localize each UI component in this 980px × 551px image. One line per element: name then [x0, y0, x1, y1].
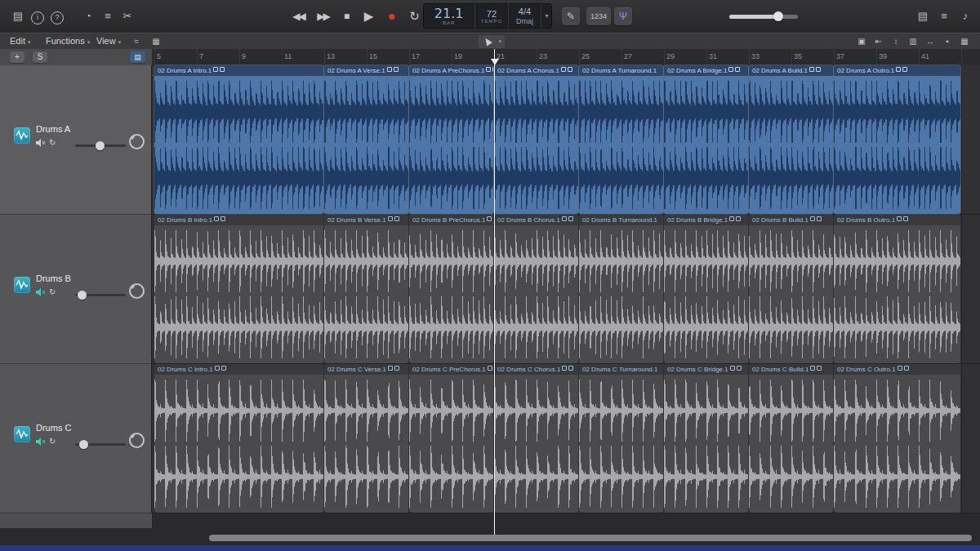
mute-icon[interactable] — [36, 438, 47, 447]
region-02-drums-a-turnaround-1[interactable]: 02 Drums A Turnaround.1 — [579, 65, 663, 214]
lcd-display[interactable]: 21.1 BAR 72 TEMPO 4/4 Dmaj ▾ — [423, 3, 552, 29]
menu-edit[interactable]: Edit▾ — [10, 33, 30, 50]
track-header-drums-a[interactable]: Drums A↻ — [0, 65, 152, 215]
pan-knob[interactable] — [129, 283, 145, 299]
menu-view[interactable]: View▾ — [96, 33, 121, 50]
region-header: 02 Drums A Turnaround.1 — [579, 65, 663, 76]
master-volume-handle[interactable] — [773, 11, 783, 21]
list-icon[interactable]: ≡ — [934, 7, 954, 26]
library-icon[interactable]: ▤ — [8, 7, 28, 26]
region-02-drums-a-prechorus-1[interactable]: 02 Drums A PreChorus.1 — [409, 65, 493, 214]
track-header-drums-c[interactable]: Drums C↻ — [0, 364, 152, 513]
rewind-button[interactable]: ◀◀ — [287, 6, 310, 27]
playhead-marker[interactable] — [491, 59, 499, 65]
lcd-dropdown-caret-icon[interactable]: ▾ — [541, 3, 552, 29]
auto-zoom-icon[interactable]: ▣ — [854, 35, 869, 48]
track-volume-slider[interactable] — [75, 443, 126, 446]
region-name: 02 Drums B Intro.1 — [158, 216, 212, 224]
metronome-button[interactable]: Ψ — [614, 7, 632, 25]
horizontal-zoom-icon[interactable]: ↔ — [923, 35, 938, 48]
region-02-drums-a-chorus-1[interactable]: 02 Drums A Chorus.1 — [494, 65, 578, 214]
play-button[interactable]: ▶ — [358, 6, 380, 27]
region-02-drums-b-bridge-1[interactable]: 02 Drums B Bridge.1 — [664, 215, 748, 363]
region-02-drums-a-intro-1[interactable]: 02 Drums A Intro.1 — [154, 65, 323, 214]
loop-icon[interactable]: ↻ — [49, 287, 60, 296]
track-volume-handle[interactable] — [96, 141, 105, 150]
region-02-drums-a-bridge-1[interactable]: 02 Drums A Bridge.1 — [664, 65, 748, 214]
region-02-drums-c-chorus-1[interactable]: 02 Drums C Chorus.1 — [494, 364, 578, 513]
loop-badge-icon — [212, 67, 225, 74]
bar-number: 15 — [369, 52, 377, 60]
menu-functions[interactable]: Functions▾ — [46, 33, 90, 50]
pointer-tool-menu[interactable]: ▾ — [479, 35, 505, 48]
region-name: 02 Drums C Bridge.1 — [667, 366, 728, 373]
region-02-drums-b-prechorus-1[interactable]: 02 Drums B PreChorus.1 — [409, 215, 493, 363]
region-02-drums-c-verse-1[interactable]: 02 Drums C Verse.1 — [324, 364, 408, 513]
daw-window: ▤i?◔≡✂ ◀◀▶▶■▶●↻ 21.1 BAR 72 TEMPO 4/4 Dm… — [0, 0, 980, 551]
stop-button[interactable]: ■ — [335, 6, 357, 27]
inspector-icon[interactable]: i — [28, 7, 47, 26]
loop-icon[interactable]: ↻ — [49, 138, 60, 147]
region-02-drums-b-outro-1[interactable]: 02 Drums B Outro.1 — [834, 215, 960, 363]
waveform-zoom-icon[interactable]: ▥ — [906, 35, 920, 48]
quick-help-icon[interactable]: ? — [47, 7, 67, 26]
region-02-drums-c-intro-1[interactable]: 02 Drums C Intro.1 — [154, 364, 323, 513]
region-02-drums-b-turnaround-1[interactable]: 02 Drums B Turnaround.1 — [579, 215, 663, 363]
track-header-view-button[interactable]: ▤ — [130, 51, 145, 63]
pan-knob[interactable] — [129, 134, 145, 149]
loop-badge-icon — [485, 216, 493, 224]
lcd-position[interactable]: 21.1 BAR — [423, 3, 475, 29]
master-volume-slider[interactable] — [729, 12, 798, 20]
region-02-drums-c-turnaround-1[interactable]: 02 Drums C Turnaround.1 — [579, 364, 663, 513]
region-header: 02 Drums A Outro.1 — [834, 65, 960, 76]
region-02-drums-c-bridge-1[interactable]: 02 Drums C Bridge.1 — [664, 364, 748, 513]
track-lane-drums-c[interactable]: 02 Drums C Intro.102 Drums C Verse.102 D… — [152, 364, 980, 513]
mixer-icon[interactable]: ≡ — [98, 7, 118, 26]
region-02-drums-b-intro-1[interactable]: 02 Drums B Intro.1 — [154, 215, 323, 363]
notes-icon[interactable]: ▤ — [913, 7, 933, 26]
control-bar: ▤i?◔≡✂ ◀◀▶▶■▶●↻ 21.1 BAR 72 TEMPO 4/4 Dm… — [0, 0, 980, 33]
pencil-tool-button[interactable]: ✎ — [562, 7, 580, 25]
lock-icon[interactable]: ▪ — [940, 35, 955, 48]
loop-icon[interactable]: ↻ — [49, 437, 60, 446]
region-02-drums-a-verse-1[interactable]: 02 Drums A Verse.1 — [324, 65, 408, 214]
region-02-drums-a-build-1[interactable]: 02 Drums A Build.1 — [749, 65, 833, 214]
cycle-button[interactable]: ↻ — [403, 6, 425, 27]
loop-browser-icon[interactable]: ♪ — [956, 7, 975, 26]
lcd-timesig-key[interactable]: 4/4 Dmaj — [509, 3, 541, 29]
pan-knob[interactable] — [129, 433, 145, 448]
horizontal-scrollbar[interactable] — [209, 535, 972, 541]
track-lane-drums-a[interactable]: 02 Drums A Intro.102 Drums A Verse.102 D… — [152, 65, 980, 215]
region-02-drums-c-outro-1[interactable]: 02 Drums C Outro.1 — [834, 364, 960, 513]
region-02-drums-b-build-1[interactable]: 02 Drums B Build.1 — [749, 215, 833, 363]
region-02-drums-b-chorus-1[interactable]: 02 Drums B Chorus.1 — [494, 215, 578, 363]
region-name: 02 Drums A Build.1 — [752, 67, 808, 74]
track-volume-handle[interactable] — [79, 440, 88, 449]
region-02-drums-a-outro-1[interactable]: 02 Drums A Outro.1 — [834, 65, 960, 214]
region-02-drums-c-build-1[interactable]: 02 Drums C Build.1 — [749, 364, 833, 513]
count-in-button[interactable]: 1234 — [586, 7, 611, 25]
lcd-tempo[interactable]: 72 TEMPO — [475, 3, 508, 29]
vertical-zoom-icon[interactable]: ↕ — [889, 35, 903, 48]
catch-playhead-icon[interactable]: ⇤ — [871, 35, 886, 48]
snap-icon[interactable]: ▦ — [149, 35, 163, 48]
add-track-button[interactable]: + — [10, 51, 24, 63]
track-volume-handle[interactable] — [78, 291, 87, 300]
grid-icon[interactable]: ▦ — [957, 35, 972, 48]
bar-ruler[interactable]: 57911131517192123252729313335373941 — [152, 49, 980, 66]
track-volume-slider[interactable] — [75, 294, 126, 296]
track-lane-drums-b[interactable]: 02 Drums B Intro.102 Drums B Verse.102 D… — [152, 215, 980, 364]
playhead-line — [494, 49, 495, 535]
smart-controls-icon[interactable]: ◔ — [78, 7, 98, 26]
mute-icon[interactable] — [36, 288, 47, 297]
flex-icon[interactable]: ≈ — [129, 35, 144, 48]
track-volume-slider[interactable] — [75, 144, 126, 147]
editors-icon[interactable]: ✂ — [118, 7, 137, 26]
mute-icon[interactable] — [36, 139, 47, 148]
track-header-drums-b[interactable]: Drums B↻ — [0, 215, 152, 364]
master-s-button[interactable]: S — [33, 51, 47, 63]
region-02-drums-c-prechorus-1[interactable]: 02 Drums C PreChorus.1 — [409, 364, 493, 513]
forward-button[interactable]: ▶▶ — [312, 6, 334, 27]
region-02-drums-b-verse-1[interactable]: 02 Drums B Verse.1 — [324, 215, 408, 363]
record-button[interactable]: ● — [381, 6, 403, 27]
